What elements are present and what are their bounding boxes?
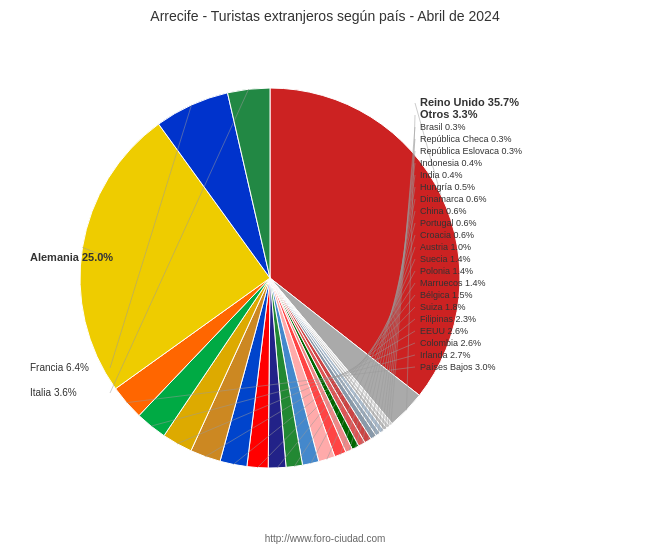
slice-label: Alemania 25.0% [30,251,113,263]
slice-label: Reino Unido 35.7% [420,96,519,108]
chart-area: Reino Unido 35.7%Otros 3.3%Brasil 0.3%Re… [0,28,650,533]
slice-label: EEUU 2.6% [420,326,468,336]
slice-label: Dinamarca 0.6% [420,194,487,204]
slice-label: Bélgica 1.5% [420,290,473,300]
slice-label: Países Bajos 3.0% [420,362,496,372]
slice-label: Suecia 1.4% [420,254,471,264]
slice-label: Colombia 2.6% [420,338,481,348]
footer-url: http://www.foro-ciudad.com [265,533,386,550]
slice-label: Otros 3.3% [420,108,478,120]
slice-label: Francia 6.4% [30,362,89,373]
slice-label: República Eslovaca 0.3% [420,146,522,156]
slice-label: Marruecos 1.4% [420,278,486,288]
slice-label: Austria 1.0% [420,242,471,252]
slice-label: Indonesia 0.4% [420,158,482,168]
pie-chart-svg: Reino Unido 35.7%Otros 3.3%Brasil 0.3%Re… [0,28,650,518]
chart-title: Arrecife - Turistas extranjeros según pa… [150,8,499,24]
slice-label: Polonia 1.4% [420,266,473,276]
slice-label: Irlanda 2.7% [420,350,471,360]
slice-label: Croacia 0.6% [420,230,474,240]
slice-label: Portugal 0.6% [420,218,477,228]
slice-label: República Checa 0.3% [420,134,512,144]
slice-label: Suiza 1.8% [420,302,466,312]
slice-label: India 0.4% [420,170,463,180]
chart-container: Arrecife - Turistas extranjeros según pa… [0,0,650,550]
slice-label: Italia 3.6% [30,387,77,398]
slice-label: China 0.6% [420,206,467,216]
slice-label: Hungría 0.5% [420,182,475,192]
slice-label: Filipinas 2.3% [420,314,476,324]
slice-label: Brasil 0.3% [420,122,466,132]
